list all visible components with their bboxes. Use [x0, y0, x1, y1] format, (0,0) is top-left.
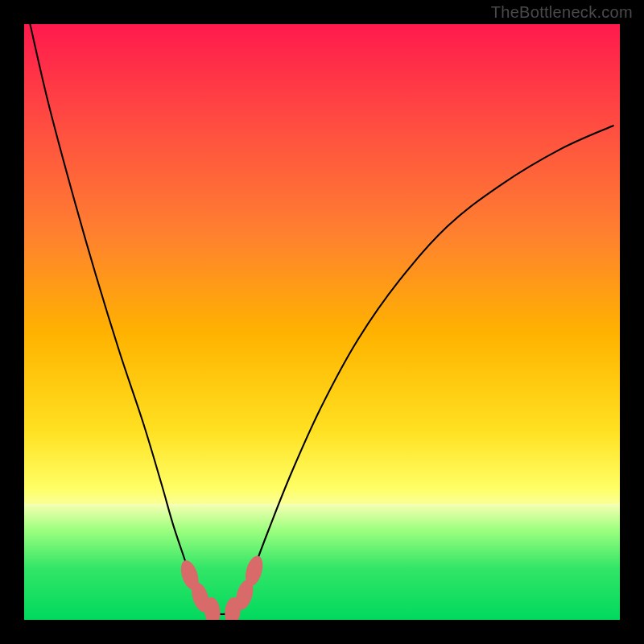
chart-container: TheBottleneck.com	[0, 0, 644, 644]
curve-layer	[24, 24, 620, 620]
bottleneck-curve	[30, 24, 613, 614]
plot-area	[24, 24, 620, 620]
watermark-text: TheBottleneck.com	[491, 3, 633, 22]
valley-markers	[178, 554, 266, 620]
